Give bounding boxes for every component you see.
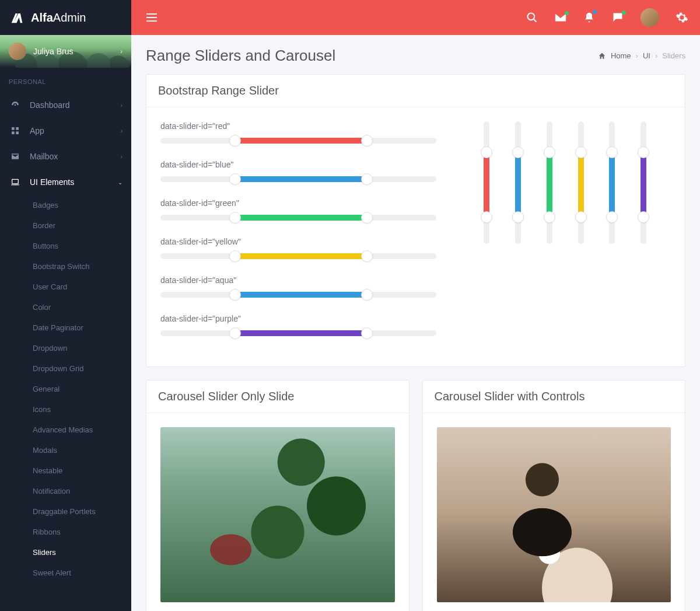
breadcrumb-home[interactable]: Home [611,51,631,60]
submenu-draggable-portlets[interactable]: Draggable Portlets [0,501,131,522]
card-carousel-only-slide: Carousel Slider Only Slide [146,380,410,611]
submenu-sliders[interactable]: Sliders [0,542,131,563]
grid-icon [9,126,22,135]
slider-purple[interactable] [160,330,436,336]
search-button[interactable] [526,12,538,23]
chat-button[interactable] [611,12,624,23]
sidebar-item-app[interactable]: App › [0,118,131,144]
svg-point-8 [528,13,535,20]
menu-section-header: PERSONAL [0,68,131,92]
sidebar: AlfaAdmin Juliya Brus › PERSONAL Dashboa… [0,0,131,611]
submenu-general[interactable]: General [0,379,131,399]
slider-handle-low[interactable] [229,250,241,262]
slider-handle-high[interactable] [361,289,373,301]
sidebar-item-mailbox[interactable]: Mailbox › [0,144,131,169]
user-name: Juliya Brus [33,47,73,56]
submenu-color[interactable]: Color [0,297,131,317]
slider-handle-high[interactable] [481,211,492,223]
slider-label-yellow: data-slider-id="yellow" [160,237,436,246]
slider-yellow[interactable] [160,253,436,259]
submenu-sweet-alert[interactable]: Sweet Alert [0,563,131,583]
submenu-ui-elements: Badges Border Buttons Bootstrap Switch U… [0,195,131,583]
vertical-slider-3[interactable] [547,121,552,244]
alpha-icon [9,9,25,26]
slider-aqua[interactable] [160,292,436,298]
mail-button[interactable] [554,12,567,23]
carousel-image[interactable] [160,427,395,602]
vertical-slider-2[interactable] [515,121,521,244]
brand-bold: Alfa [31,11,53,24]
slider-handle-low[interactable] [606,146,618,158]
vertical-slider-6[interactable] [640,121,646,244]
topbar [131,0,700,35]
slider-label-green: data-slider-id="green" [160,198,436,208]
submenu-user-card[interactable]: User Card [0,277,131,297]
slider-fill [235,292,368,298]
sidebar-item-dashboard[interactable]: Dashboard › [0,92,131,118]
slider-green[interactable] [160,215,436,221]
slider-handle-high[interactable] [606,211,618,223]
slider-handle-low[interactable] [229,173,241,185]
user-panel[interactable]: Juliya Brus › [0,35,131,68]
slider-handle-high[interactable] [512,211,524,223]
submenu-bootstrap-switch[interactable]: Bootstrap Switch [0,256,131,277]
slider-blue[interactable] [160,176,436,182]
submenu-advanced-medias[interactable]: Advanced Medias [0,420,131,440]
slider-fill [640,152,646,217]
submenu-nestable[interactable]: Nestable [0,460,131,481]
submenu-icons[interactable]: Icons [0,399,131,420]
slider-handle-high[interactable] [361,173,373,185]
vertical-slider-5[interactable] [609,121,615,244]
slider-label-purple: data-slider-id="purple" [160,314,436,323]
slider-handle-low[interactable] [638,146,649,158]
page-title: Range Sliders and Carousel [146,47,335,65]
home-icon [598,52,606,60]
menu-toggle-button[interactable] [143,10,160,25]
carousel-image[interactable] [437,427,671,602]
chevron-right-icon: › [121,128,123,134]
slider-handle-low[interactable] [512,146,524,158]
submenu-dropdown[interactable]: Dropdown [0,338,131,358]
slider-handle-high[interactable] [544,211,555,223]
sidebar-item-ui-elements[interactable]: UI Elements ⌄ [0,169,131,195]
user-avatar [9,43,26,60]
slider-handle-high[interactable] [361,250,373,262]
slider-fill [235,215,368,221]
user-menu-avatar[interactable] [640,8,659,27]
menu-label: Dashboard [30,100,121,110]
submenu-ribbons[interactable]: Ribbons [0,522,131,542]
slider-fill [235,330,368,336]
submenu-modals[interactable]: Modals [0,440,131,460]
slider-handle-high[interactable] [361,212,373,224]
slider-fill [578,152,584,217]
submenu-dropdown-grid[interactable]: Dropdown Grid [0,358,131,379]
slider-handle-low[interactable] [481,146,492,158]
settings-button[interactable] [676,11,688,24]
submenu-date-paginator[interactable]: Date Paginator [0,317,131,338]
gauge-icon [9,100,22,110]
chevron-right-icon: › [120,48,123,55]
slider-handle-high[interactable] [361,327,373,339]
submenu-border[interactable]: Border [0,215,131,236]
breadcrumb-ui[interactable]: UI [643,51,650,60]
slider-fill [235,253,368,259]
slider-red[interactable] [160,138,436,144]
slider-handle-low[interactable] [575,146,587,158]
bell-button[interactable] [583,11,595,24]
vertical-slider-4[interactable] [578,121,584,244]
vertical-slider-1[interactable] [484,121,489,244]
slider-handle-low[interactable] [229,135,241,146]
slider-handle-low[interactable] [229,212,241,224]
svg-rect-0 [12,127,15,130]
submenu-notification[interactable]: Notification [0,481,131,501]
slider-label-red: data-slider-id="red" [160,121,436,131]
slider-handle-high[interactable] [361,135,373,146]
slider-handle-low[interactable] [229,289,241,301]
slider-handle-low[interactable] [544,146,555,158]
brand-logo[interactable]: AlfaAdmin [0,0,131,35]
submenu-badges[interactable]: Badges [0,195,131,215]
submenu-buttons[interactable]: Buttons [0,236,131,256]
slider-handle-high[interactable] [638,211,649,223]
slider-handle-low[interactable] [229,327,241,339]
slider-handle-high[interactable] [575,211,587,223]
